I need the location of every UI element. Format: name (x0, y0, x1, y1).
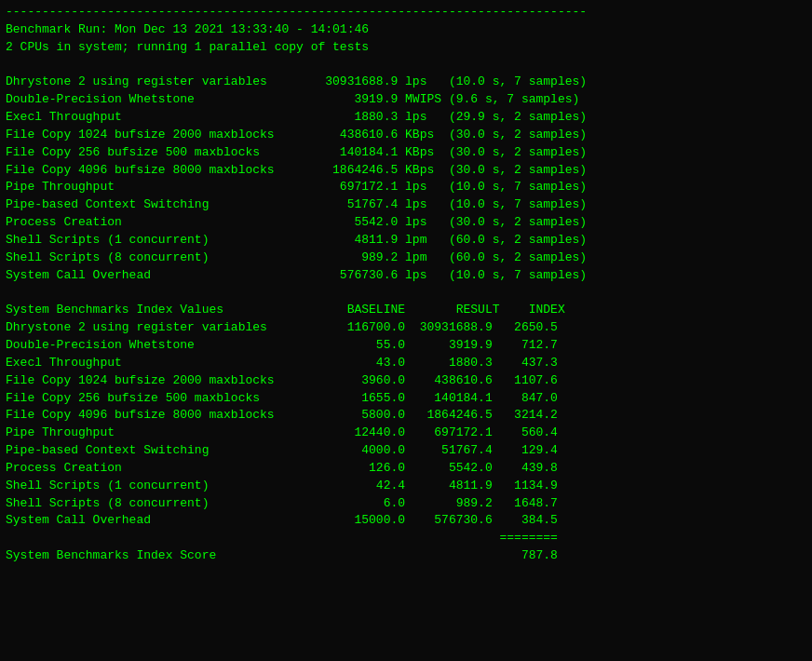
index-row-1: Double-Precision Whetstone 55.0 3919.9 7… (6, 338, 558, 352)
terminal: ----------------------------------------… (6, 4, 806, 657)
benchmark-header: Benchmark Run: Mon Dec 13 2021 13:33:40 … (6, 22, 369, 36)
separator-line: ----------------------------------------… (6, 5, 587, 19)
equals-line: ======== (6, 531, 558, 545)
index-row-11: System Call Overhead 15000.0 576730.6 38… (6, 513, 558, 527)
perf-row-8: Process Creation 5542.0 lps (30.0 s, 2 s… (6, 215, 587, 229)
index-row-10: Shell Scripts (8 concurrent) 6.0 989.2 1… (6, 496, 558, 510)
perf-row-4: File Copy 256 bufsize 500 maxblocks 1401… (6, 145, 587, 159)
index-row-4: File Copy 256 bufsize 500 maxblocks 1655… (6, 391, 558, 405)
index-row-0: Dhrystone 2 using register variables 116… (6, 320, 558, 334)
index-row-8: Process Creation 126.0 5542.0 439.8 (6, 461, 558, 475)
perf-row-7: Pipe-based Context Switching 51767.4 lps… (6, 197, 587, 211)
index-row-5: File Copy 4096 bufsize 8000 maxblocks 58… (6, 408, 558, 422)
perf-row-11: System Call Overhead 576730.6 lps (10.0 … (6, 268, 587, 282)
perf-row-5: File Copy 4096 bufsize 8000 maxblocks 18… (6, 163, 587, 177)
perf-row-3: File Copy 1024 bufsize 2000 maxblocks 43… (6, 128, 587, 142)
terminal-content: ----------------------------------------… (6, 4, 806, 565)
perf-row-10: Shell Scripts (8 concurrent) 989.2 lpm (… (6, 250, 587, 264)
index-row-2: Execl Throughput 43.0 1880.3 437.3 (6, 356, 558, 370)
perf-row-1: Double-Precision Whetstone 3919.9 MWIPS … (6, 92, 579, 106)
index-row-6: Pipe Throughput 12440.0 697172.1 560.4 (6, 425, 558, 439)
perf-row-6: Pipe Throughput 697172.1 lps (10.0 s, 7 … (6, 180, 587, 194)
index-header: System Benchmarks Index Values BASELINE … (6, 303, 565, 317)
cpu-info: 2 CPUs in system; running 1 parallel cop… (6, 40, 369, 54)
score-line: System Benchmarks Index Score 787.8 (6, 548, 558, 562)
index-row-3: File Copy 1024 bufsize 2000 maxblocks 39… (6, 373, 558, 387)
perf-row-9: Shell Scripts (1 concurrent) 4811.9 lpm … (6, 233, 587, 247)
index-row-9: Shell Scripts (1 concurrent) 42.4 4811.9… (6, 479, 558, 492)
perf-row-0: Dhrystone 2 using register variables 309… (6, 74, 587, 88)
index-row-7: Pipe-based Context Switching 4000.0 5176… (6, 443, 558, 457)
perf-row-2: Execl Throughput 1880.3 lps (29.9 s, 2 s… (6, 110, 587, 124)
